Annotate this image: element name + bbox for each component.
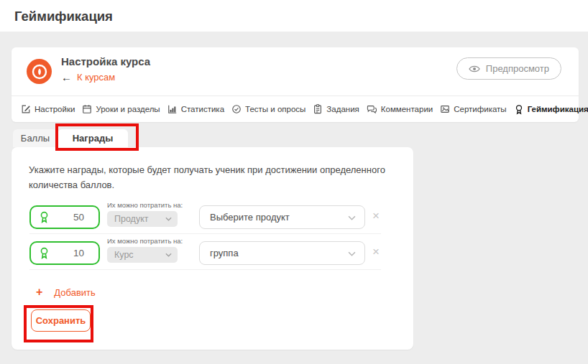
remove-row-icon[interactable]: × [372,246,380,258]
bar-chart-icon [167,104,178,114]
clipboard-icon [313,104,323,114]
tab-assignments-label: Задания [326,105,359,113]
tab-comments-label: Комментарии [381,105,433,113]
target-select[interactable]: группа [199,241,365,265]
tab-statistics-label: Статистика [181,105,224,113]
back-link-label: К курсам [77,72,115,83]
spend-type-value: Курс [114,250,134,260]
chevron-down-icon [348,251,356,256]
comments-icon [367,104,377,114]
back-to-courses[interactable]: ← К курсам [61,71,115,83]
check-circle-icon [231,104,242,114]
tab-gamification-label: Геймификация [528,105,588,113]
medal-icon [38,210,50,224]
eye-icon [469,65,480,73]
rewards-card: Укажите награды, которые будет получать … [12,147,413,350]
course-logo [27,59,52,84]
add-reward-label: Добавить [54,287,95,298]
reward-row: 50 Их можно потратить на: Продукт Выбери… [29,204,381,234]
remove-row-icon[interactable]: × [372,210,380,222]
tab-settings-label: Настройки [35,105,75,113]
medal-icon [514,104,524,115]
tab-comments[interactable]: Комментарии [367,104,433,114]
rewards-instruction: Укажите награды, которые будет получать … [29,162,399,192]
reward-row: 10 Их можно потратить на: Курс группа × [29,240,381,270]
points-value: 50 [73,212,84,223]
tab-lessons[interactable]: Уроки и разделы [82,104,160,114]
course-title: Настройка курса [61,55,150,67]
tab-statistics[interactable]: Статистика [167,104,224,114]
page-title: Геймификация [0,0,588,33]
spend-type-select[interactable]: Курс [107,247,178,263]
tab-assignments[interactable]: Задания [313,104,359,114]
spend-label: Их можно потратить на: [107,237,179,245]
back-arrow-icon: ← [61,71,72,83]
spend-type-select[interactable]: Продукт [107,211,178,227]
preview-button[interactable]: Предпросмотр [456,57,561,80]
chevron-down-icon [165,253,172,257]
target-value: группа [210,248,239,258]
chevron-down-icon [348,215,356,220]
calendar-icon [82,104,92,114]
medal-icon [38,246,50,260]
app-header: Геймификация [0,0,588,32]
points-input[interactable]: 10 [29,241,100,265]
course-logo-swirl-icon [31,63,48,80]
spend-group: Их можно потратить на: Продукт [107,201,179,227]
tab-certificates-label: Сертификаты [454,105,506,113]
subtab-points[interactable]: Баллы [13,129,58,147]
points-input[interactable]: 50 [29,205,100,229]
target-value: Выберите продукт [210,212,290,223]
tab-lessons-label: Уроки и разделы [96,105,160,113]
tab-settings[interactable]: Настройки [21,104,75,114]
certificate-icon [440,104,450,114]
spend-type-value: Продукт [114,214,149,224]
subtab-rewards[interactable]: Награды [58,129,128,147]
target-select[interactable]: Выберите продукт [199,205,365,229]
tab-certificates[interactable]: Сертификаты [440,104,506,114]
edit-icon [21,104,31,114]
points-value: 10 [73,248,84,258]
tab-quizzes[interactable]: Тесты и опросы [231,104,306,114]
add-reward-button[interactable]: + Добавить [36,286,96,299]
save-button[interactable]: Сохранить [31,309,91,332]
course-nav-tabs: Настройки Уроки и разделы Статистика [12,96,579,122]
chevron-down-icon [165,217,172,221]
spend-group: Их можно потратить на: Курс [107,237,179,263]
preview-button-label: Предпросмотр [486,63,549,74]
plus-icon: + [36,286,42,299]
course-settings-card: Настройка курса ← К курсам Предпросмотр … [12,47,579,122]
tab-gamification[interactable]: Геймификация [514,104,588,115]
tab-quizzes-label: Тесты и опросы [245,105,306,113]
spend-label: Их можно потратить на: [107,201,179,209]
